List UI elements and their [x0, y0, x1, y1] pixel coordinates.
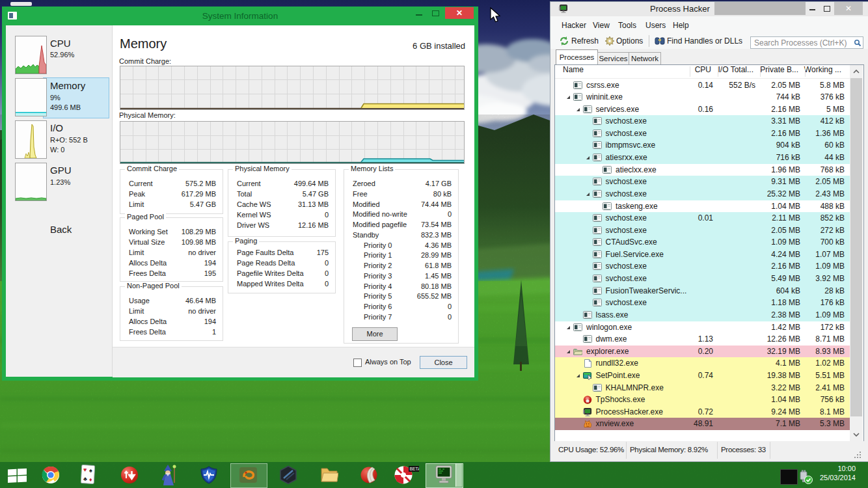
svg-text:♦: ♦: [89, 476, 92, 483]
svg-text:♥: ♥: [83, 467, 87, 473]
svg-text:BETA: BETA: [410, 467, 420, 471]
svg-text:♠: ♠: [89, 467, 92, 474]
svg-text:♣: ♣: [83, 476, 87, 482]
